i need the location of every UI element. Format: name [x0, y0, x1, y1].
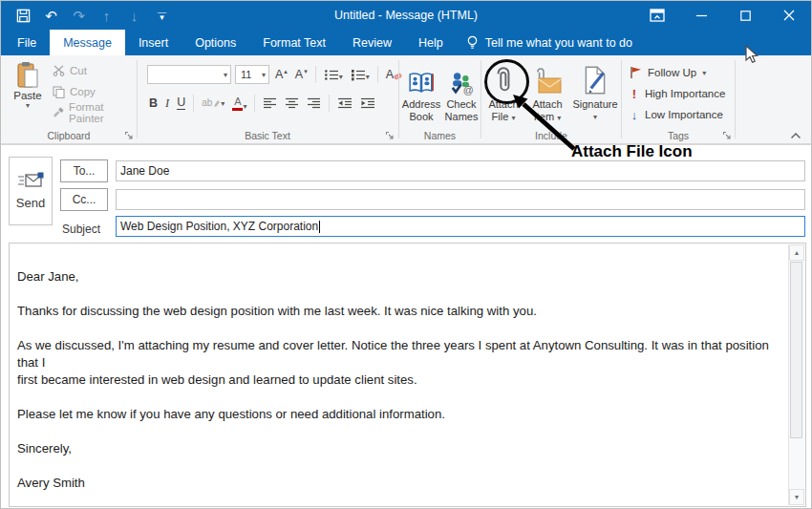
italic-button[interactable]: I [163, 97, 171, 110]
text-caret [319, 221, 320, 233]
message-body-text: Dear Jane, Thanks for discussing the web… [17, 268, 780, 509]
basic-text-dialog-launcher-icon[interactable] [385, 131, 395, 140]
high-importance-icon: ! [630, 87, 639, 101]
tell-me-label: Tell me what you want to do [485, 36, 632, 50]
subject-value: Web Design Position, XYZ Corporation [120, 220, 318, 233]
scissors-icon [53, 65, 65, 76]
to-input[interactable] [116, 160, 805, 181]
basic-text-group-label: Basic Text [245, 130, 290, 141]
mouse-cursor [745, 45, 759, 64]
numbering-button[interactable]: ▾ [349, 69, 372, 81]
low-importance-icon: ↓ [630, 108, 639, 122]
cc-button[interactable]: Cc... [60, 188, 108, 211]
text-highlight-button: ab ▾ [200, 98, 226, 108]
paste-button[interactable]: Paste ▾ [9, 61, 47, 110]
customize-qat-icon[interactable]: —▾ [153, 6, 171, 25]
address-book-icon [408, 71, 435, 95]
tags-dialog-launcher-icon[interactable] [722, 131, 732, 140]
align-right-button[interactable] [305, 97, 323, 109]
move-up-icon: ↑ [97, 6, 116, 25]
clipboard-group-label: Clipboard [48, 130, 91, 141]
align-left-button[interactable] [261, 97, 279, 109]
svg-text:@: @ [463, 84, 474, 95]
high-importance-button[interactable]: ! High Importance [622, 83, 735, 104]
format-painter-button: Format Painter [51, 102, 137, 123]
flag-icon [630, 66, 642, 79]
align-center-button[interactable] [283, 97, 301, 109]
align-right-icon [307, 97, 321, 109]
group-basic-text: ▾ 11 ▾ A▴ A▾ [138, 55, 397, 143]
redo-icon: ↷ [70, 6, 88, 25]
clipboard-dialog-launcher-icon[interactable] [124, 131, 134, 140]
tab-file[interactable]: File [4, 30, 50, 55]
body-greeting: Dear Jane, [17, 268, 780, 286]
scroll-up-icon[interactable]: ▲ [789, 244, 804, 261]
body-paragraph-2: As we discussed, I'm attaching my resume… [17, 337, 780, 389]
tab-help[interactable]: Help [405, 30, 457, 55]
scrollbar-thumb[interactable] [790, 262, 802, 438]
paste-icon [15, 61, 40, 90]
format-painter-icon [53, 107, 64, 118]
bullets-button[interactable]: ▾ [322, 69, 345, 81]
maximize-icon[interactable] [723, 1, 767, 30]
scroll-down-icon[interactable]: ▼ [789, 489, 804, 505]
group-tags: Follow Up ▾ ! High Importance ↓ Low Impo… [622, 55, 735, 143]
to-button[interactable]: To... [60, 159, 108, 182]
bold-button[interactable]: B [147, 97, 160, 110]
font-color-swatch [232, 108, 243, 111]
underline-button[interactable]: U [175, 96, 187, 110]
scrollbar[interactable]: ▲ ▼ [788, 244, 804, 505]
decrease-indent-icon [337, 97, 353, 109]
font-color-button[interactable]: A ▾ [230, 96, 248, 111]
save-icon[interactable] [14, 6, 32, 25]
ribbon-tab-row: File Message Insert Options Format Text … [1, 30, 811, 55]
move-down-icon: ↓ [125, 6, 143, 25]
decrease-indent-button[interactable] [335, 97, 354, 109]
low-importance-button[interactable]: ↓ Low Importance [622, 104, 735, 125]
tab-message[interactable]: Message [50, 30, 125, 55]
align-center-icon [285, 97, 299, 109]
quick-access-toolbar: ↶ ↷ ↑ ↓ —▾ [14, 1, 171, 30]
tab-insert[interactable]: Insert [125, 30, 182, 55]
cc-input[interactable] [116, 189, 805, 210]
lightbulb-icon [466, 35, 479, 50]
ribbon: Paste ▾ Cut [1, 55, 811, 144]
tags-group-label: Tags [668, 130, 689, 141]
body-closing: Sincerely, [17, 440, 780, 457]
increase-indent-icon [360, 97, 375, 109]
increase-indent-button[interactable] [358, 97, 377, 109]
message-body[interactable]: Dear Jane, Thanks for discussing the web… [9, 243, 806, 507]
close-icon[interactable] [767, 1, 811, 30]
tab-format-text[interactable]: Format Text [249, 30, 339, 55]
collapse-ribbon-icon[interactable] [790, 132, 801, 139]
tell-me-box[interactable]: Tell me what you want to do [466, 30, 632, 55]
minimize-icon[interactable] [679, 1, 723, 30]
font-name-select[interactable]: ▾ [147, 65, 231, 84]
body-paragraph-1: Thanks for discussing the web design pos… [17, 303, 780, 320]
cut-button: Cut [51, 60, 137, 81]
body-paragraph-3: Please let me know if you have any quest… [17, 406, 780, 423]
tab-review[interactable]: Review [339, 30, 405, 55]
follow-up-button[interactable]: Follow Up ▾ [622, 62, 735, 83]
send-icon [18, 172, 44, 189]
signature-icon [582, 65, 609, 95]
font-size-value: 11 [241, 69, 251, 80]
ribbon-display-options-icon[interactable] [635, 1, 679, 30]
outlook-message-window: Untitled - Message (HTML) ↶ ↷ ↑ ↓ —▾ [0, 0, 812, 509]
address-book-button[interactable]: Address Book [401, 61, 441, 123]
check-names-button[interactable]: @ Check Names [441, 61, 481, 123]
undo-icon[interactable]: ↶ [42, 6, 60, 25]
shrink-font-button[interactable]: A▾ [293, 69, 310, 81]
group-clipboard: Paste ▾ Cut [1, 55, 137, 143]
grow-font-button[interactable]: A▴ [273, 69, 289, 81]
body-signature: Avery Smith [17, 475, 780, 492]
send-label: Send [16, 196, 45, 210]
names-group-label: Names [424, 130, 456, 141]
title-bar: Untitled - Message (HTML) ↶ ↷ ↑ ↓ —▾ [1, 1, 811, 30]
send-button[interactable]: Send [9, 157, 53, 225]
copy-icon [53, 86, 65, 98]
font-size-select[interactable]: 11 ▾ [235, 65, 269, 84]
subject-input[interactable]: Web Design Position, XYZ Corporation [116, 216, 805, 237]
highlighter-pen-icon [212, 98, 221, 108]
tab-options[interactable]: Options [182, 30, 249, 55]
